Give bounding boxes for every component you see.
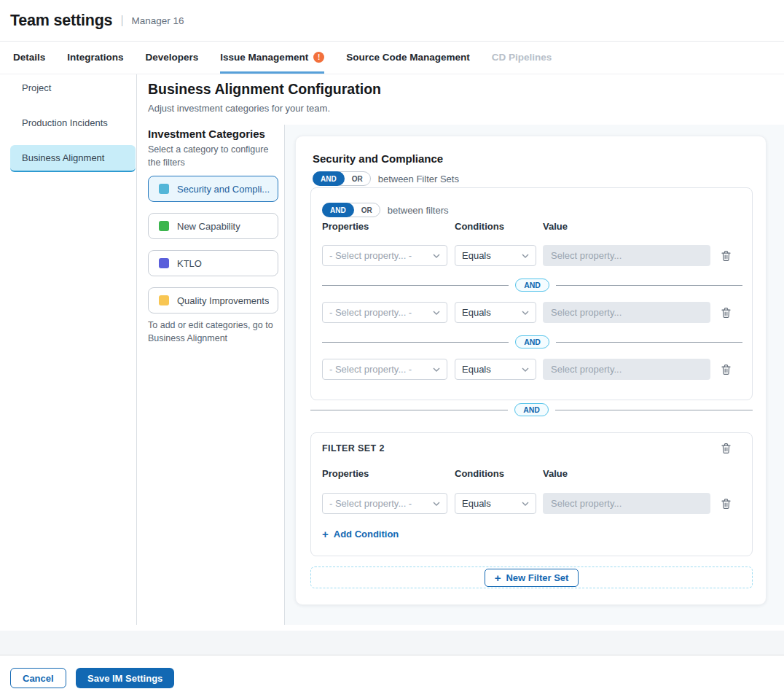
sidebar-item-business-alignment-label: Business Alignment xyxy=(22,152,104,163)
tab-details[interactable]: Details xyxy=(13,42,45,74)
filter-config-panel: Security and Compliance AND OR between F… xyxy=(295,136,767,605)
tab-integrations[interactable]: Integrations xyxy=(67,42,123,74)
condition-select[interactable]: Equals xyxy=(455,359,536,380)
tab-source-code-management[interactable]: Source Code Management xyxy=(346,42,470,74)
and-or-toggle[interactable]: AND OR xyxy=(322,203,380,217)
filter-connector: AND xyxy=(322,335,742,348)
between-sets-operator-row: AND OR between Filter Sets xyxy=(313,171,459,186)
condition-select-value: Equals xyxy=(462,307,491,318)
between-filters-operator-row: AND OR between filters xyxy=(322,203,449,217)
page-header: Team settings | Manager 16 xyxy=(0,0,784,42)
value-input[interactable] xyxy=(543,493,710,514)
categories-note: To add or edit categories, go to Busines… xyxy=(148,319,285,345)
tab-cd-pipelines: CD Pipelines xyxy=(492,42,552,74)
category-color-swatch xyxy=(159,258,169,268)
new-filter-set-label: New Filter Set xyxy=(506,572,568,583)
property-select[interactable]: - Select property... - xyxy=(322,302,447,323)
and-connector-pill: AND xyxy=(515,335,549,348)
categories-divider xyxy=(284,125,285,625)
delete-filter-button[interactable] xyxy=(719,497,732,510)
section-title: Business Alignment Configuration xyxy=(148,81,381,98)
connector-line xyxy=(310,410,508,410)
category-label: Quality Improvements xyxy=(177,295,269,306)
condition-select[interactable]: Equals xyxy=(455,245,536,266)
between-filter-sets-label: between Filter Sets xyxy=(378,174,459,184)
value-input[interactable] xyxy=(543,359,710,380)
and-option[interactable]: AND xyxy=(322,203,354,217)
filter-set-connector: AND xyxy=(310,403,753,416)
filter-set-2: FILTER SET 2 Properties Conditions Value… xyxy=(310,432,753,556)
trash-icon xyxy=(721,250,732,262)
or-option[interactable]: OR xyxy=(345,175,370,183)
footer-spacer-band xyxy=(0,631,784,655)
condition-select-value: Equals xyxy=(462,250,491,261)
tab-developers[interactable]: Developers xyxy=(146,42,199,74)
plus-icon: + xyxy=(495,572,501,584)
sidebar-item-project[interactable]: Project xyxy=(22,82,51,93)
filter-set-2-title: FILTER SET 2 xyxy=(322,443,385,453)
property-select[interactable]: - Select property... - xyxy=(322,245,447,266)
category-color-swatch xyxy=(159,295,169,305)
property-select[interactable]: - Select property... - xyxy=(322,359,447,380)
condition-select[interactable]: Equals xyxy=(455,302,536,323)
categories-subheading: Select a category to configure the filte… xyxy=(148,143,278,169)
team-settings-screen: Team settings | Manager 16 Details Integ… xyxy=(0,0,784,697)
connector-line xyxy=(322,285,509,286)
category-quality-improvements[interactable]: Quality Improvements xyxy=(148,287,278,314)
delete-filter-button[interactable] xyxy=(719,249,732,262)
sidebar-divider xyxy=(136,74,137,625)
plus-icon: + xyxy=(322,528,329,540)
trash-icon xyxy=(721,498,732,510)
category-label: KTLO xyxy=(177,258,202,269)
category-security-and-compliance[interactable]: Security and Compli... xyxy=(148,176,278,202)
category-color-swatch xyxy=(159,221,169,231)
delete-filter-button[interactable] xyxy=(719,306,732,319)
trash-icon xyxy=(721,443,732,454)
property-select-placeholder: - Select property... - xyxy=(329,498,412,509)
category-label: Security and Compli... xyxy=(177,184,270,195)
settings-tabbar: Details Integrations Developers Issue Ma… xyxy=(0,42,784,74)
category-new-capability[interactable]: New Capability xyxy=(148,213,278,239)
properties-column-header: Properties xyxy=(322,221,369,232)
tab-issue-management-label: Issue Management xyxy=(220,52,308,63)
title-separator: | xyxy=(120,14,123,27)
delete-filter-button[interactable] xyxy=(719,363,732,376)
and-connector-pill: AND xyxy=(515,279,549,292)
footer-actions: Cancel Save IM Settings xyxy=(0,655,784,697)
sidebar-item-production-incidents[interactable]: Production Incidents xyxy=(22,117,108,128)
between-filters-label: between filters xyxy=(388,205,449,216)
cancel-button[interactable]: Cancel xyxy=(10,668,66,688)
chevron-down-icon xyxy=(433,367,440,372)
value-input[interactable] xyxy=(543,302,710,323)
or-option[interactable]: OR xyxy=(354,206,380,214)
value-input[interactable] xyxy=(543,245,710,266)
trash-icon xyxy=(721,364,732,375)
chevron-down-icon xyxy=(522,502,529,506)
property-select-placeholder: - Select property... - xyxy=(329,307,412,318)
property-select-placeholder: - Select property... - xyxy=(329,364,412,375)
delete-filter-set-button[interactable] xyxy=(719,442,732,455)
new-filter-set-button[interactable]: + New Filter Set xyxy=(485,569,579,587)
category-ktlo[interactable]: KTLO xyxy=(148,250,278,276)
category-color-swatch xyxy=(159,184,169,194)
property-select[interactable]: - Select property... - xyxy=(322,493,447,514)
page-title: Team settings xyxy=(10,12,112,30)
tab-issue-management[interactable]: Issue Management ! xyxy=(220,42,324,74)
and-or-toggle[interactable]: AND OR xyxy=(313,171,371,186)
section-subtitle: Adjust investment categories for your te… xyxy=(148,103,330,114)
add-condition-button[interactable]: + Add Condition xyxy=(322,528,399,540)
trash-icon xyxy=(721,307,732,319)
save-im-settings-button[interactable]: Save IM Settings xyxy=(76,668,174,688)
chevron-down-icon xyxy=(433,311,440,315)
panel-title: Security and Compliance xyxy=(313,152,443,165)
property-select-placeholder: - Select property... - xyxy=(329,250,412,261)
connector-line xyxy=(556,285,742,286)
connector-line xyxy=(555,410,753,410)
value-column-header: Value xyxy=(543,221,568,232)
properties-column-header: Properties xyxy=(322,468,369,479)
condition-select[interactable]: Equals xyxy=(455,493,536,514)
and-option[interactable]: AND xyxy=(313,171,345,186)
sidebar-item-business-alignment[interactable]: Business Alignment xyxy=(10,145,136,172)
connector-line xyxy=(322,342,509,343)
condition-select-value: Equals xyxy=(462,364,491,375)
